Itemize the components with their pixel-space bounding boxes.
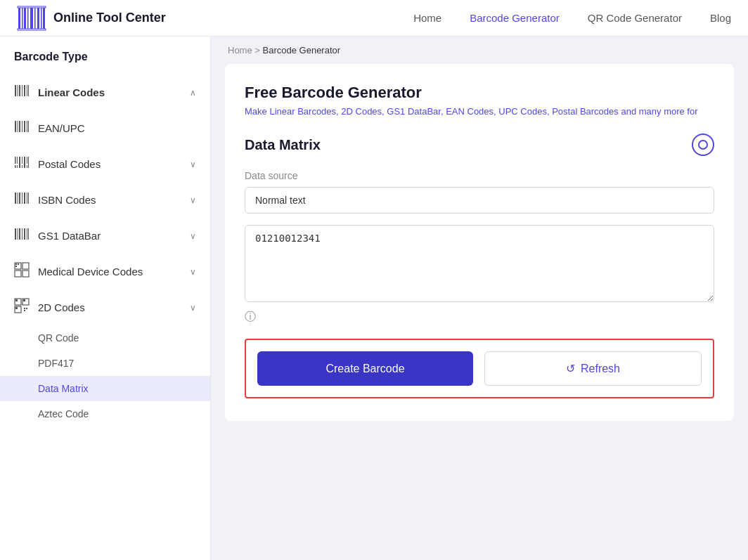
buttons-area: Create Barcode ↺ Refresh — [245, 339, 714, 398]
sidebar-item-medical-device-codes[interactable]: Medical Device Codes ∨ — [0, 254, 210, 289]
svg-rect-30 — [22, 157, 22, 164]
svg-rect-39 — [22, 193, 22, 204]
sidebar-item-isbn-codes-label: ISBN Codes — [38, 194, 96, 206]
svg-rect-40 — [24, 193, 25, 204]
page-subtitle: Make Linear Barcodes, 2D Codes, GS1 Data… — [245, 106, 714, 117]
nav-blog[interactable]: Blog — [710, 12, 731, 24]
svg-rect-34 — [27, 165, 27, 168]
settings-icon[interactable] — [692, 134, 714, 156]
svg-rect-43 — [15, 228, 16, 240]
svg-rect-5 — [34, 8, 36, 29]
data-source-select[interactable]: Normal text — [245, 187, 714, 214]
medical-device-codes-chevron: ∨ — [190, 267, 196, 277]
svg-rect-62 — [15, 307, 18, 309]
svg-rect-26 — [15, 165, 16, 168]
sidebar-item-gs1-databar[interactable]: GS1 DataBar ∨ — [0, 218, 210, 254]
breadcrumb-separator: > — [254, 45, 260, 56]
data-source-label: Data source — [245, 170, 714, 181]
sidebar-section-title: Barcode Type — [0, 51, 210, 74]
svg-rect-18 — [15, 121, 16, 132]
breadcrumb: Home > Barcode Generator — [211, 37, 748, 64]
postal-codes-icon — [14, 155, 30, 174]
sidebar-item-medical-device-codes-label: Medical Device Codes — [38, 266, 143, 278]
sidebar-item-2d-codes[interactable]: 2D Codes ∨ — [0, 289, 210, 325]
svg-rect-49 — [28, 228, 29, 240]
svg-rect-6 — [37, 8, 39, 29]
svg-rect-45 — [19, 228, 20, 240]
svg-rect-27 — [17, 157, 18, 164]
svg-rect-9 — [18, 6, 46, 8]
refresh-label: Refresh — [581, 363, 620, 375]
svg-rect-24 — [28, 121, 29, 132]
svg-rect-55 — [18, 263, 19, 265]
sidebar-sub-item-qr-code[interactable]: QR Code — [0, 325, 210, 351]
2d-codes-icon — [14, 298, 30, 317]
header: Online Tool Center Home Barcode Generato… — [0, 0, 748, 37]
sidebar-item-postal-codes[interactable]: Postal Codes ∨ — [0, 146, 210, 182]
svg-rect-63 — [24, 308, 25, 309]
svg-rect-61 — [23, 299, 25, 301]
page-title: Free Barcode Generator — [245, 84, 714, 102]
svg-rect-41 — [27, 193, 27, 204]
ean-upc-icon — [14, 119, 30, 138]
svg-rect-64 — [26, 308, 27, 309]
svg-rect-37 — [18, 193, 18, 204]
nav-qr-code-generator[interactable]: QR Code Generator — [588, 12, 682, 24]
content-card: Free Barcode Generator Make Linear Barco… — [225, 64, 734, 421]
svg-rect-46 — [22, 228, 22, 240]
sidebar-sub-item-pdf417[interactable]: PDF417 — [0, 351, 210, 376]
svg-rect-11 — [15, 85, 16, 96]
svg-rect-4 — [30, 8, 33, 29]
svg-rect-56 — [15, 266, 17, 267]
linear-codes-chevron: ∧ — [190, 88, 196, 98]
sidebar-item-ean-upc[interactable]: EAN/UPC — [0, 110, 210, 146]
svg-rect-19 — [18, 121, 18, 132]
svg-rect-38 — [19, 193, 20, 204]
sidebar-item-isbn-codes[interactable]: ISBN Codes ∨ — [0, 182, 210, 218]
nav-home[interactable]: Home — [413, 12, 441, 24]
svg-rect-0 — [18, 8, 20, 29]
svg-rect-25 — [15, 157, 16, 164]
logo-icon — [17, 4, 46, 33]
svg-rect-48 — [27, 228, 27, 240]
sidebar-sub-items: QR Code PDF417 Data Matrix Aztec Code — [0, 325, 210, 426]
refresh-button[interactable]: ↺ Refresh — [484, 351, 702, 386]
gs1-databar-chevron: ∨ — [190, 231, 196, 241]
svg-rect-8 — [43, 8, 45, 29]
svg-rect-65 — [24, 310, 25, 311]
barcode-data-textarea[interactable]: 01210012341 — [245, 225, 714, 302]
sidebar-item-linear-codes[interactable]: Linear Codes ∧ — [0, 74, 210, 110]
svg-rect-17 — [28, 85, 29, 96]
svg-rect-28 — [17, 165, 18, 168]
svg-rect-52 — [15, 271, 21, 277]
sidebar-sub-item-data-matrix[interactable]: Data Matrix — [0, 376, 210, 401]
svg-rect-16 — [27, 85, 27, 96]
svg-rect-14 — [22, 85, 22, 96]
svg-rect-20 — [19, 121, 20, 132]
svg-rect-7 — [41, 8, 42, 29]
svg-rect-32 — [24, 157, 25, 168]
create-barcode-button[interactable]: Create Barcode — [257, 351, 473, 386]
svg-rect-13 — [19, 85, 20, 96]
sidebar: Barcode Type Linear Codes ∧ EAN/UPC — [0, 37, 211, 560]
svg-rect-21 — [22, 121, 22, 132]
svg-rect-54 — [15, 263, 17, 265]
refresh-icon: ↺ — [566, 362, 575, 375]
svg-rect-36 — [15, 193, 16, 204]
info-icon: ⓘ — [245, 310, 714, 325]
postal-codes-chevron: ∨ — [190, 159, 196, 169]
sidebar-sub-item-aztec-code[interactable]: Aztec Code — [0, 401, 210, 426]
nav-barcode-generator[interactable]: Barcode Generator — [470, 12, 560, 24]
breadcrumb-home[interactable]: Home — [228, 45, 252, 56]
svg-rect-44 — [18, 228, 18, 240]
svg-rect-33 — [27, 157, 27, 164]
2d-codes-chevron: ∨ — [190, 303, 196, 313]
gs1-databar-icon — [14, 226, 30, 245]
logo-text: Online Tool Center — [53, 11, 166, 25]
svg-rect-23 — [27, 121, 27, 132]
svg-rect-12 — [18, 85, 18, 96]
svg-rect-42 — [28, 193, 29, 204]
form-section-title: Data Matrix — [245, 134, 714, 156]
svg-rect-47 — [24, 228, 25, 240]
svg-rect-53 — [22, 271, 29, 277]
